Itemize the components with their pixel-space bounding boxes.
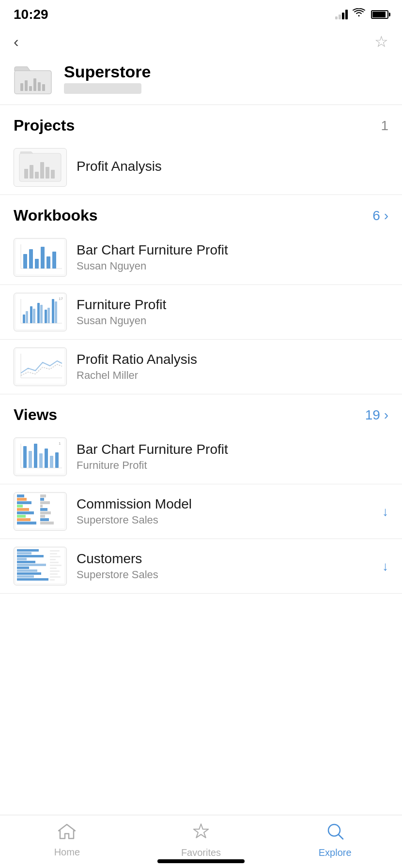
workbooks-section-title: Workbooks (14, 207, 98, 224)
tab-explore-label: Explore (319, 847, 352, 858)
explore-icon (326, 823, 344, 844)
svg-rect-90 (50, 573, 58, 575)
svg-rect-74 (17, 558, 27, 560)
item-info: Furniture Profit Susan Nguyen (77, 297, 388, 327)
back-button[interactable]: ‹ (14, 34, 19, 49)
item-info: Profit Analysis (77, 159, 388, 176)
item-info: Customers Superstore Sales (77, 551, 372, 581)
svg-text:17: 17 (59, 297, 63, 301)
svg-rect-66 (40, 511, 51, 514)
svg-rect-4 (33, 78, 36, 91)
tab-favorites[interactable]: Favorites (134, 823, 268, 858)
svg-rect-0 (15, 71, 51, 94)
item-title: Profit Ratio Analysis (77, 352, 388, 367)
item-info: Commission Model Superstore Sales (77, 496, 372, 526)
status-icons (335, 8, 388, 21)
list-item[interactable]: Customers Superstore Sales ↓ (0, 539, 402, 594)
item-subtitle: Susan Nguyen (77, 260, 388, 272)
svg-rect-47 (45, 449, 48, 468)
svg-rect-69 (40, 522, 54, 524)
item-subtitle: Superstore Sales (77, 514, 372, 526)
list-item[interactable]: Profit Ratio Analysis Rachel Miller (0, 340, 402, 394)
tab-explore[interactable]: Explore (268, 823, 402, 858)
download-icon[interactable]: ↓ (382, 559, 388, 574)
svg-rect-85 (50, 559, 56, 560)
svg-rect-84 (50, 556, 61, 557)
header-title: Superstore (64, 62, 388, 81)
header-section: Superstore (0, 57, 402, 105)
svg-rect-49 (55, 452, 59, 468)
main-content: Projects 1 Profit Analysis Workbooks 6 › (0, 105, 402, 652)
svg-rect-13 (51, 170, 55, 179)
item-title: Profit Analysis (77, 159, 388, 174)
svg-rect-55 (17, 505, 23, 508)
favorites-icon (192, 823, 210, 844)
workbooks-section-header: Workbooks 6 › (0, 195, 402, 230)
svg-rect-79 (17, 572, 41, 575)
svg-rect-5 (38, 82, 41, 91)
item-info: Bar Chart Furniture Profit Susan Nguyen (77, 242, 388, 272)
svg-rect-32 (45, 310, 47, 323)
status-time: 10:29 (14, 7, 48, 22)
nav-bar: ‹ ☆ (0, 26, 402, 57)
workbook-thumbnail: 17 (14, 293, 67, 331)
svg-rect-8 (24, 169, 28, 179)
svg-rect-81 (17, 578, 48, 581)
views-section-title: Views (14, 406, 57, 424)
svg-rect-43 (23, 446, 27, 468)
svg-rect-34 (52, 299, 54, 323)
svg-rect-21 (46, 256, 50, 269)
svg-rect-53 (17, 498, 27, 501)
favorite-button[interactable]: ☆ (374, 34, 388, 49)
svg-rect-71 (17, 549, 39, 552)
item-subtitle: Susan Nguyen (77, 314, 388, 327)
svg-rect-1 (20, 83, 23, 91)
view-thumbnail (14, 492, 67, 531)
svg-rect-67 (40, 515, 45, 518)
project-thumbnail (14, 148, 67, 187)
svg-rect-45 (34, 444, 37, 468)
item-subtitle: Superstore Sales (77, 569, 372, 581)
svg-rect-33 (47, 308, 50, 323)
svg-rect-68 (40, 518, 49, 521)
svg-rect-18 (29, 249, 33, 269)
list-item[interactable]: 17 Furniture Profit Susan Nguyen (0, 285, 402, 340)
svg-rect-48 (50, 456, 53, 468)
svg-rect-37 (16, 349, 64, 384)
folder-icon (14, 62, 52, 96)
svg-rect-76 (17, 564, 46, 566)
svg-rect-30 (37, 303, 40, 323)
workbooks-count[interactable]: 6 › (372, 208, 388, 224)
svg-rect-87 (50, 565, 62, 566)
wifi-icon (353, 8, 365, 21)
item-subtitle: Furniture Profit (77, 459, 388, 472)
item-title: Bar Chart Furniture Profit (77, 242, 388, 258)
svg-rect-28 (30, 306, 32, 323)
list-item[interactable]: Profit Analysis (0, 140, 402, 195)
svg-rect-12 (46, 167, 49, 179)
svg-rect-60 (17, 522, 36, 524)
item-info: Bar Chart Furniture Profit Furniture Pro… (77, 442, 388, 472)
svg-rect-6 (42, 84, 45, 91)
list-item[interactable]: Commission Model Superstore Sales ↓ (0, 484, 402, 539)
svg-rect-52 (17, 494, 24, 497)
svg-rect-26 (23, 314, 25, 323)
list-item[interactable]: Bar Chart Furniture Profit Susan Nguyen (0, 230, 402, 285)
views-count[interactable]: 19 › (365, 407, 388, 423)
svg-rect-58 (17, 515, 26, 518)
tab-home[interactable]: Home (0, 823, 134, 858)
svg-rect-20 (41, 247, 45, 269)
list-item[interactable]: 1 Bar Chart Furniture Profit Furniture P… (0, 430, 402, 484)
workbook-thumbnail (14, 238, 67, 277)
svg-rect-31 (40, 305, 43, 323)
svg-rect-73 (17, 555, 44, 557)
svg-rect-3 (29, 86, 32, 91)
svg-rect-75 (17, 561, 35, 563)
svg-rect-82 (50, 550, 60, 552)
svg-rect-59 (17, 518, 31, 521)
views-section-header: Views 19 › (0, 394, 402, 430)
svg-rect-88 (50, 568, 57, 569)
download-icon[interactable]: ↓ (382, 504, 388, 519)
svg-rect-89 (50, 570, 60, 572)
svg-line-94 (339, 835, 343, 839)
